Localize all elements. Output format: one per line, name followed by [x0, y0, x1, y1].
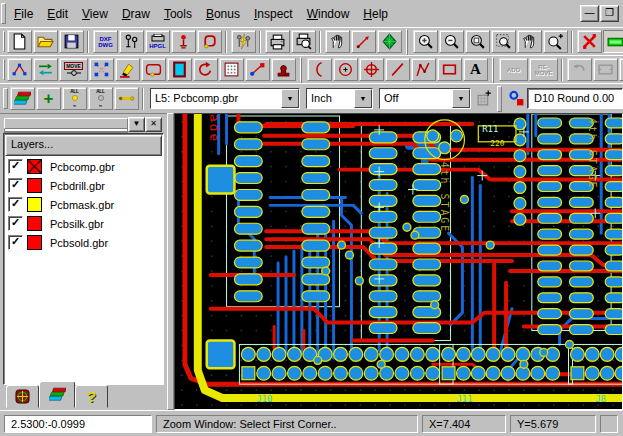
restore-button[interactable]: ❐ [600, 5, 619, 22]
zoom-selection-button[interactable] [543, 30, 568, 53]
help-icon: ? [87, 388, 96, 405]
panel-collapse-button[interactable]: ▼ [128, 117, 145, 132]
layer-color-swatch[interactable] [27, 197, 42, 212]
units-combo[interactable]: Inch ▼ [306, 88, 373, 109]
menu-tools[interactable]: Tools [157, 4, 199, 24]
chevron-down-icon[interactable]: ▼ [354, 89, 372, 108]
minimize-button[interactable]: — [580, 5, 599, 22]
toolbar2-grip-handle[interactable] [3, 59, 5, 80]
pcb-canvas[interactable]: R112204th STAGE4th STAGEadeJ10J11J8 [175, 114, 623, 409]
gray-frame-icon [597, 61, 614, 78]
toolbar-group-separator [406, 29, 408, 55]
query-hand-button[interactable] [325, 30, 350, 53]
panel-close-button[interactable]: ✕ [145, 117, 162, 132]
all-layers-on-button[interactable]: ALL∞ [62, 87, 87, 110]
layer-color-swatch[interactable] [27, 216, 42, 231]
print-button[interactable] [265, 30, 290, 53]
svg-text:R11: R11 [482, 124, 498, 134]
all-layers-off-button[interactable]: ALL∞ [88, 87, 113, 110]
zoom-window-button[interactable] [465, 30, 490, 53]
open-button[interactable] [33, 30, 58, 53]
target-tool-button[interactable] [359, 58, 384, 81]
film-gem-button[interactable] [377, 30, 402, 53]
zoom-out-button[interactable] [439, 30, 464, 53]
red-pin-icon [175, 33, 192, 50]
text-tool-button[interactable]: A [463, 58, 488, 81]
zoom-in-button[interactable] [413, 30, 438, 53]
canvas-frame: R112204th STAGE4th STAGEadeJ10J11J8 [174, 113, 623, 410]
panel-splitter[interactable] [167, 113, 174, 410]
tab-help[interactable]: ? [75, 385, 108, 408]
pan-button[interactable] [517, 30, 542, 53]
measure-arrow-icon [355, 33, 372, 50]
remove-button[interactable]: RE-MOVE [529, 58, 558, 81]
menu-help[interactable]: Help [356, 4, 395, 24]
layer-checkbox[interactable]: ✓ [8, 216, 23, 231]
select-window-button[interactable] [619, 58, 623, 81]
array-button[interactable] [219, 58, 244, 81]
measure-button[interactable] [351, 30, 376, 53]
chevron-down-icon[interactable]: ▼ [452, 89, 470, 108]
segment-button[interactable] [245, 58, 270, 81]
highlight-combo[interactable]: Off ▼ [379, 88, 471, 109]
polyline-tool-button[interactable] [411, 58, 436, 81]
layer-color-swatch[interactable] [27, 235, 42, 250]
layer-color-swatch[interactable] [27, 159, 42, 174]
rotate-button[interactable] [193, 58, 218, 81]
move-button[interactable]: MOVE [59, 58, 88, 81]
lasso-select-button[interactable] [141, 58, 166, 81]
trace-display-button[interactable] [114, 87, 139, 110]
layer-checkbox[interactable]: ✓ [8, 159, 23, 174]
insert-parts-button[interactable] [119, 30, 144, 53]
save-button[interactable] [59, 30, 84, 53]
zoom-extents-button[interactable] [491, 30, 516, 53]
layers-header-button[interactable]: Layers... [5, 135, 162, 156]
arc-tool-button[interactable] [307, 58, 332, 81]
layer-checkbox[interactable]: ✓ [8, 178, 23, 193]
add-button[interactable]: ADD [499, 58, 528, 81]
active-layer-combo[interactable]: L5: Pcbcomp.gbr ▼ [150, 88, 300, 109]
layer-checkbox[interactable]: ✓ [8, 235, 23, 250]
layer-color-swatch[interactable] [27, 178, 42, 193]
board-outline-import-button[interactable] [197, 30, 222, 53]
layer-table-button[interactable] [10, 87, 35, 110]
chevron-down-icon[interactable]: ▼ [281, 89, 299, 108]
toolbar3-grip-handle[interactable] [3, 88, 8, 109]
netlist-import-button[interactable] [171, 30, 196, 53]
move-vertex-button[interactable] [7, 58, 32, 81]
menu-grip-handle[interactable] [1, 3, 6, 24]
swap-layers-button[interactable] [33, 58, 58, 81]
tab-apertures[interactable] [6, 385, 39, 408]
fill-rect-button[interactable] [167, 58, 192, 81]
print-preview-button[interactable] [291, 30, 316, 53]
rect-tool-button[interactable] [437, 58, 462, 81]
circle-tool-button[interactable] [333, 58, 358, 81]
zoom-out-icon [443, 33, 460, 50]
line-tool-button[interactable] [385, 58, 410, 81]
tab-layers[interactable] [39, 381, 75, 408]
add-layer-button[interactable]: + [36, 87, 61, 110]
redline-toggle-button[interactable] [577, 30, 602, 53]
stamp-button[interactable] [271, 58, 296, 81]
menu-bonus[interactable]: Bonus [199, 4, 247, 24]
menu-draw[interactable]: Draw [115, 4, 157, 24]
dcode-info-field[interactable]: D10 Round 0.00 [527, 88, 623, 109]
highlight-button[interactable] [115, 58, 140, 81]
hpgl-import-button[interactable]: HPGL [145, 30, 170, 53]
panel-grip-handle[interactable] [4, 118, 128, 129]
undo-button[interactable] [567, 58, 592, 81]
menu-file[interactable]: File [7, 4, 40, 24]
layer-checkbox[interactable]: ✓ [8, 197, 23, 212]
menu-window[interactable]: Window [300, 4, 357, 24]
toolbar1-grip-handle[interactable] [3, 31, 5, 52]
layer-bar-toggle-button[interactable] [603, 30, 623, 53]
clip-window-button[interactable] [593, 58, 618, 81]
quick-load-button[interactable] [231, 30, 256, 53]
new-button[interactable] [7, 30, 32, 53]
menu-view[interactable]: View [75, 4, 115, 24]
menu-inspect[interactable]: Inspect [247, 4, 300, 24]
select-corners-button[interactable] [89, 58, 114, 81]
grid-snap-icon[interactable] [476, 90, 493, 107]
dxf-dwg-import-button[interactable]: DXFDWG [93, 30, 118, 53]
menu-edit[interactable]: Edit [40, 4, 75, 24]
